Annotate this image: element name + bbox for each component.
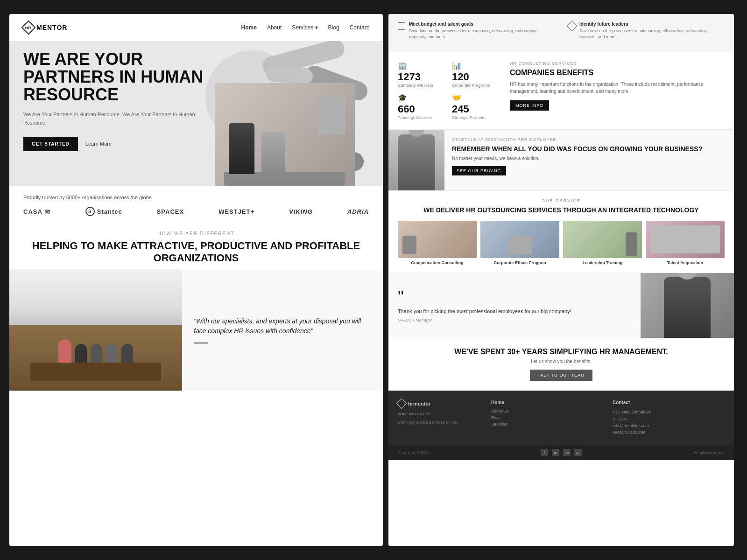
footer-desc: Serving the best services to you. [398, 420, 482, 426]
service-desk-2 [508, 236, 532, 254]
brand-casa: CASA ≋ [23, 207, 51, 216]
quote-text: "With our specialists, and experts at yo… [194, 316, 371, 336]
bottom-content: "With our specialists, and experts at yo… [9, 269, 383, 391]
nav-contact[interactable]: Contact [350, 24, 369, 31]
starting-label: STARTING AT $500/MONTH PER EMPLOYEE [452, 137, 726, 142]
service-label-talent: Talent Acquisition [667, 260, 703, 265]
hero-section: WE ARE YOUR PARTNERS IN HUMAN RESOURCE W… [9, 41, 383, 186]
service-section: OUR SERVICE WE DELIVER HR OUTSOURCING SE… [388, 191, 734, 273]
goals-section: Meet budget and talent goals Save time o… [398, 21, 725, 40]
testimonial-person-body [664, 277, 711, 338]
business-person-photo [388, 130, 444, 190]
talk-button[interactable]: TALK TO OUT TEAM [530, 370, 592, 381]
hero-content: WE ARE YOUR PARTNERS IN HUMAN RESOURCE W… [9, 41, 383, 186]
footer-nav-list: About Us Blog Services [491, 409, 603, 427]
hero-subtitle: We Are Your Partners in Human Resource, … [23, 111, 213, 127]
trainings-icon: 🎓 [398, 93, 407, 102]
navigation: HR MENTOR Home About Services ▾ Blog Con… [9, 14, 383, 41]
stantec-icon: S [85, 207, 95, 216]
nav-services[interactable]: Services ▾ [292, 24, 317, 31]
service-img-compensation [398, 221, 477, 258]
stat-company: 🏢 1273 Company We Help [398, 61, 446, 88]
how-section: HOW WE ARE DIFFERENT HELPING TO MAKE ATT… [9, 222, 383, 269]
years-title: WE'VE SPENT 30+ YEARS SIMPLIFYING HR MAN… [398, 348, 725, 356]
twitter-icon[interactable]: tw [563, 449, 571, 456]
service-cards: Compensation Consulting Corporate Ethics… [398, 221, 725, 265]
brand-viking: VIKING [289, 208, 313, 215]
rights-text: All rights reserved. [694, 450, 725, 455]
leaders-icon [567, 21, 578, 32]
stats-grid: 🏢 1273 Company We Help 📊 120 Corporate P… [398, 61, 500, 120]
service-label-ethics: Corporate Ethics Program [493, 260, 546, 265]
copyright: Copyrights © 2021 [398, 450, 429, 455]
footer-logo-text: hrmentor [408, 401, 430, 406]
stat-trainings-number: 660 [398, 103, 415, 115]
trust-bar: Proudly trusted by 5000+ organisations a… [9, 186, 383, 222]
see-pricing-button[interactable]: SEE OUR PRICING [452, 166, 506, 175]
companies-benefits: 🏢 1273 Company We Help 📊 120 Corporate P… [388, 52, 734, 130]
footer-nav-blog[interactable]: Blog [491, 415, 603, 420]
goal-leaders-title: Identify future leaders [579, 21, 725, 27]
testimonial-text: Thank you for picking the most professio… [398, 308, 631, 315]
business-subtitle: No matter your needs, we have a solution… [452, 156, 726, 161]
footer-contact: Contact 432, New ZimbabweS, 3100info@hrs… [613, 400, 725, 436]
goal-budget: Meet budget and talent goals Save time o… [398, 21, 554, 40]
logo-icon: HR [21, 20, 35, 35]
goal-leaders-text: Identify future leaders Save time on the… [579, 21, 725, 40]
footer-nav-title: Home [491, 400, 603, 405]
service-label-leadership: Leadership Training [583, 260, 623, 265]
business-content: STARTING AT $500/MONTH PER EMPLOYEE REME… [444, 130, 734, 190]
hero-text: WE ARE YOUR PARTNERS IN HUMAN RESOURCE W… [23, 41, 213, 176]
brand-westjet: WESTJET+ [218, 208, 254, 215]
service-label-compensation: Compensation Consulting [411, 260, 464, 265]
footer-contact-title: Contact [613, 400, 725, 405]
instagram-icon[interactable]: in [552, 449, 559, 456]
quote-dash [194, 343, 208, 343]
brand-stantec: S Stantec [85, 207, 122, 216]
goal-leaders-desc: Save time on the processes for outsourci… [579, 28, 725, 40]
logo[interactable]: HR MENTOR [23, 22, 67, 33]
footer-brand: hrmentor What we can do? Serving the bes… [398, 400, 482, 425]
service-img-ethics [480, 221, 559, 258]
social-links: f in tw ig [541, 449, 582, 456]
how-title: HELPING TO MAKE ATTRACTIVE, PRODUCTIVE A… [23, 240, 369, 265]
facebook-icon[interactable]: f [541, 449, 548, 456]
casa-wings-icon: ≋ [44, 207, 51, 216]
nav-links: Home About Services ▾ Blog Contact [241, 24, 369, 31]
footer-nav-services[interactable]: Services [491, 422, 603, 427]
service-label: OUR SERVICE [398, 198, 725, 203]
quote-box: "With our specialists, and experts at yo… [182, 269, 383, 391]
service-title: WE DELIVER HR OUTSOURCING SERVICES THROU… [398, 206, 725, 214]
how-label: HOW WE ARE DIFFERENT [23, 231, 369, 236]
service-card-talent: Talent Acquisition [646, 221, 725, 265]
service-card-compensation: Compensation Consulting [398, 221, 477, 265]
service-screen-4 [650, 225, 720, 253]
right-panel: Meet budget and talent goals Save time o… [388, 14, 734, 546]
business-person-silhouette [398, 134, 435, 190]
stat-programs: 📊 120 Corporate Programs [452, 61, 500, 88]
footer-bottom: Copyrights © 2021 f in tw ig All rights … [388, 445, 734, 460]
nav-about[interactable]: About [267, 24, 282, 31]
hero-title: WE ARE YOUR PARTNERS IN HUMAN RESOURCE [23, 50, 213, 103]
footer-logo: hrmentor [398, 400, 482, 407]
testimonial-author: SPACEX Manager [398, 318, 631, 322]
goal-budget-desc: Save time on the processes for outsourci… [409, 28, 554, 40]
linkedin-icon[interactable]: ig [574, 449, 582, 456]
footer-tagline: What we can do? [398, 411, 482, 418]
more-info-button[interactable]: MORE INFO [510, 100, 549, 111]
learn-more-button[interactable]: Learn More [85, 141, 112, 147]
benefits-desc: HR has many important functions in the o… [510, 81, 725, 95]
benefits-title: COMPANIES BENEFITS [510, 69, 725, 77]
trust-text: Proudly trusted by 5000+ organisations a… [23, 195, 369, 200]
benefits-label: HR CONSULTING SERVICES [510, 61, 725, 66]
testimonial-quote: " Thank you for picking the most profess… [388, 273, 641, 338]
stat-trainings-label: Trainings Courses [398, 115, 432, 120]
nav-home[interactable]: Home [241, 24, 257, 31]
service-card-ethics: Corporate Ethics Program [480, 221, 559, 265]
left-panel: HR MENTOR Home About Services ▾ Blog Con… [9, 14, 383, 546]
footer-nav-about[interactable]: About Us [491, 409, 603, 413]
right-top: Meet budget and talent goals Save time o… [388, 14, 734, 52]
stat-trainings: 🎓 660 Trainings Courses [398, 93, 446, 120]
get-started-button[interactable]: GET STARTED [23, 137, 78, 151]
nav-blog[interactable]: Blog [328, 24, 339, 31]
